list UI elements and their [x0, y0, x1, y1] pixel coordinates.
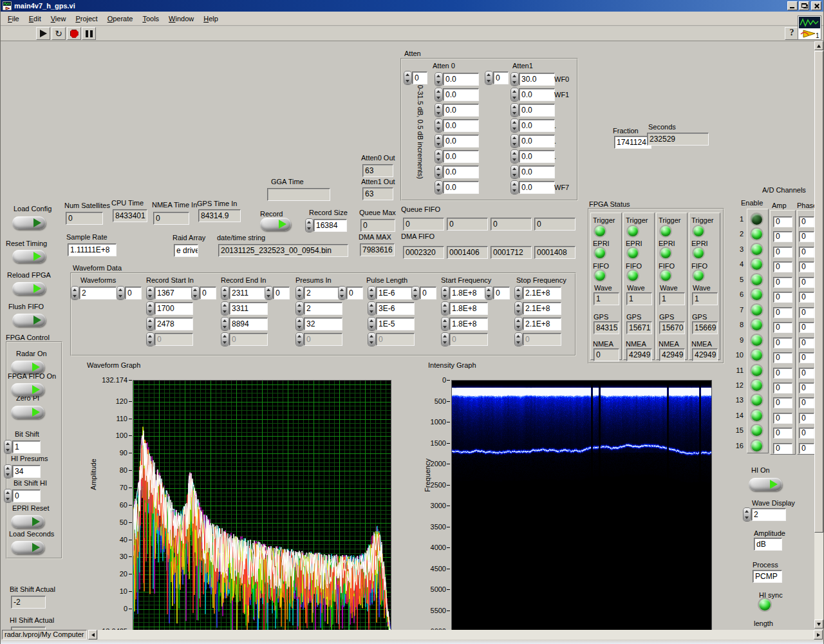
- ad-phase-field-15[interactable]: 0: [799, 428, 814, 439]
- spinner-arrows-icon[interactable]: [147, 302, 154, 315]
- ad-phase-field-2[interactable]: 0: [799, 231, 814, 242]
- ad-amp-field-1[interactable]: 0: [773, 216, 792, 227]
- wd-2-row-2-value[interactable]: 32: [304, 317, 342, 330]
- spinner-arrows-icon[interactable]: [515, 287, 522, 299]
- epri-reset-button[interactable]: [11, 515, 44, 528]
- reset-timing-button[interactable]: [12, 250, 46, 263]
- spinner-arrows-icon[interactable]: [192, 287, 199, 299]
- menu-tools[interactable]: Tools: [138, 13, 163, 24]
- scroll-up-button[interactable]: [814, 41, 823, 50]
- atten1-row-6-value[interactable]: 0.0: [519, 166, 555, 178]
- flush-fifo-button[interactable]: [12, 314, 46, 327]
- spinner-arrows-icon[interactable]: [368, 333, 375, 346]
- wd-index-spinner-4-value[interactable]: 0: [420, 287, 436, 299]
- spinner-arrows-icon[interactable]: [117, 287, 124, 299]
- zero-pi-button[interactable]: [11, 406, 44, 419]
- menu-window[interactable]: Window: [165, 13, 198, 24]
- atten0-row-5-value[interactable]: 0.0: [443, 150, 479, 163]
- spinner-arrows-icon[interactable]: [147, 333, 154, 346]
- spinner-arrows-icon[interactable]: [5, 440, 12, 453]
- wd-1-row-2-value[interactable]: 8894: [229, 317, 268, 330]
- radar-on-button[interactable]: [11, 361, 44, 374]
- ad-enable-led-8[interactable]: [751, 319, 762, 330]
- wd-4-row-1-value[interactable]: 1.8E+8: [449, 302, 488, 315]
- ad-amp-field-3[interactable]: 0: [773, 247, 792, 258]
- atten1-row-4-value[interactable]: 0.0: [519, 135, 555, 147]
- spinner-arrows-icon[interactable]: [306, 219, 313, 232]
- ad-enable-led-11[interactable]: [751, 365, 762, 376]
- ad-phase-field-14[interactable]: 0: [799, 413, 814, 424]
- ad-enable-led-9[interactable]: [751, 335, 762, 346]
- atten1-row-2-value[interactable]: 0.0: [519, 104, 555, 117]
- spinner-arrows-icon[interactable]: [435, 88, 442, 101]
- ad-phase-field-16[interactable]: 0: [799, 443, 814, 454]
- restore-button[interactable]: [799, 1, 809, 10]
- spinner-arrows-icon[interactable]: [368, 302, 375, 315]
- wd-index-spinner-2-value[interactable]: 0: [273, 287, 290, 299]
- atten1-row-7-value[interactable]: 0.0: [519, 181, 555, 194]
- spinner-arrows-icon[interactable]: [296, 333, 303, 346]
- scroll-down-button[interactable]: [814, 620, 823, 629]
- wd-3-row-1-value[interactable]: 3E-6: [376, 302, 415, 315]
- menu-help[interactable]: Help: [200, 13, 222, 24]
- atten1-row-1-value[interactable]: 0.0: [519, 88, 555, 101]
- wd-index-spinner-0-value[interactable]: 0: [125, 287, 142, 299]
- pause-button[interactable]: [82, 27, 96, 40]
- ad-phase-field-4[interactable]: 0: [799, 261, 814, 272]
- menu-project[interactable]: Project: [71, 13, 101, 24]
- ad-amp-field-10[interactable]: 0: [773, 352, 792, 363]
- atten1-row-3-value[interactable]: 0.0: [519, 119, 555, 132]
- ad-enable-led-14[interactable]: [751, 410, 762, 421]
- spinner-arrows-icon[interactable]: [368, 287, 375, 299]
- spinner-arrows-icon[interactable]: [412, 287, 419, 299]
- wd-index-spinner-1-value[interactable]: 0: [200, 287, 216, 299]
- wd-0-row-0-value[interactable]: 1367: [154, 287, 193, 299]
- wd-0-row-2-value[interactable]: 2478: [154, 317, 193, 330]
- ad-amp-field-2[interactable]: 0: [773, 231, 792, 242]
- wave-display-spinner-value[interactable]: 2: [751, 508, 786, 521]
- wd-5-row-0-value[interactable]: 2.1E+8: [523, 287, 561, 299]
- menu-file[interactable]: File: [4, 13, 23, 24]
- minimize-button[interactable]: [787, 1, 798, 10]
- wd-2-row-0-value[interactable]: 2: [304, 287, 342, 299]
- ad-phase-field-5[interactable]: 0: [799, 277, 814, 288]
- ad-phase-field-1[interactable]: 0: [799, 216, 814, 227]
- ad-phase-field-13[interactable]: 0: [799, 397, 814, 408]
- scroll-left-button[interactable]: [88, 630, 97, 639]
- spinner-arrows-icon[interactable]: [442, 302, 449, 315]
- ad-amp-field-4[interactable]: 0: [773, 261, 792, 272]
- spinner-arrows-icon[interactable]: [442, 317, 449, 330]
- abort-button[interactable]: [67, 27, 81, 40]
- spinner-arrows-icon[interactable]: [221, 287, 229, 299]
- ad-phase-field-12[interactable]: 0: [799, 383, 814, 393]
- spinner-arrows-icon[interactable]: [147, 317, 154, 330]
- hi-presums-spinner-value[interactable]: 34: [12, 465, 41, 478]
- ad-phase-field-11[interactable]: 0: [799, 368, 814, 379]
- wd-2-row-1-value[interactable]: 2: [304, 302, 342, 315]
- wd-0-row-1-value[interactable]: 1700: [154, 302, 193, 315]
- ad-amp-field-12[interactable]: 0: [773, 383, 792, 393]
- spinner-arrows-icon[interactable]: [435, 104, 442, 117]
- spinner-arrows-icon[interactable]: [147, 287, 154, 299]
- load-config-button[interactable]: [12, 216, 46, 229]
- wd-1-row-1-value[interactable]: 3311: [229, 302, 268, 315]
- ad-amp-field-16[interactable]: 0: [773, 443, 792, 454]
- spinner-arrows-icon[interactable]: [435, 119, 442, 132]
- spinner-arrows-icon[interactable]: [435, 135, 442, 147]
- ad-phase-field-8[interactable]: 0: [799, 322, 814, 333]
- run-button[interactable]: [36, 27, 50, 40]
- waveforms-spinner-value[interactable]: 2: [79, 287, 117, 299]
- wd-4-row-2-value[interactable]: 1.8E+8: [449, 317, 488, 330]
- atten0-row-2-value[interactable]: 0.0: [443, 104, 479, 117]
- run-continuous-button[interactable]: ↻: [52, 27, 66, 40]
- spinner-arrows-icon[interactable]: [5, 465, 12, 478]
- spinner-arrows-icon[interactable]: [511, 73, 518, 86]
- atten0-row-6-value[interactable]: 0.0: [443, 166, 479, 178]
- spinner-arrows-icon[interactable]: [511, 150, 518, 163]
- ad-amp-field-5[interactable]: 0: [773, 277, 792, 288]
- spinner-arrows-icon[interactable]: [435, 166, 442, 178]
- close-button[interactable]: [811, 1, 821, 10]
- atten1-row-5-value[interactable]: 0.0: [519, 150, 555, 163]
- intensity-graph-plot[interactable]: [451, 380, 712, 631]
- fraction-field[interactable]: 1741124: [614, 136, 651, 149]
